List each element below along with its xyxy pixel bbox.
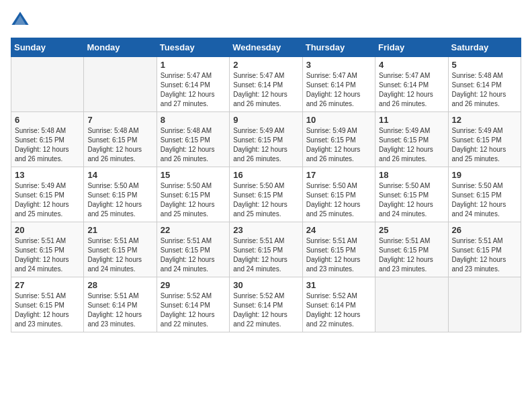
day-number: 9 [233,115,298,125]
weekday-header-row: SundayMondayTuesdayWednesdayThursdayFrid… [11,38,521,57]
day-number: 28 [87,280,152,290]
day-info: Sunrise: 5:49 AM Sunset: 6:15 PM Dayligh… [452,126,517,164]
day-number: 4 [379,60,444,70]
logo-icon [11,11,30,30]
calendar-cell: 23Sunrise: 5:51 AM Sunset: 6:15 PM Dayli… [230,222,302,277]
day-number: 23 [233,225,298,235]
calendar-cell: 26Sunrise: 5:51 AM Sunset: 6:15 PM Dayli… [448,222,521,277]
calendar-cell [11,57,84,112]
calendar-week-1: 1Sunrise: 5:47 AM Sunset: 6:14 PM Daylig… [11,57,521,112]
day-info: Sunrise: 5:48 AM Sunset: 6:15 PM Dayligh… [161,126,226,164]
day-info: Sunrise: 5:49 AM Sunset: 6:15 PM Dayligh… [379,126,444,164]
day-info: Sunrise: 5:49 AM Sunset: 6:15 PM Dayligh… [15,181,80,219]
day-number: 13 [15,170,80,180]
day-number: 15 [161,170,226,180]
calendar-cell: 29Sunrise: 5:52 AM Sunset: 6:14 PM Dayli… [157,277,229,332]
day-info: Sunrise: 5:48 AM Sunset: 6:15 PM Dayligh… [87,126,152,164]
calendar-cell: 20Sunrise: 5:51 AM Sunset: 6:15 PM Dayli… [11,222,84,277]
day-info: Sunrise: 5:51 AM Sunset: 6:15 PM Dayligh… [161,236,226,274]
calendar-cell: 1Sunrise: 5:47 AM Sunset: 6:14 PM Daylig… [157,57,229,112]
day-number: 20 [15,225,80,235]
calendar-week-5: 27Sunrise: 5:51 AM Sunset: 6:15 PM Dayli… [11,277,521,332]
day-number: 25 [379,225,444,235]
calendar-cell: 30Sunrise: 5:52 AM Sunset: 6:14 PM Dayli… [230,277,302,332]
day-number: 14 [87,170,152,180]
calendar-cell [448,277,521,332]
day-info: Sunrise: 5:52 AM Sunset: 6:14 PM Dayligh… [233,291,298,329]
day-info: Sunrise: 5:47 AM Sunset: 6:14 PM Dayligh… [161,71,226,109]
calendar-cell: 17Sunrise: 5:50 AM Sunset: 6:15 PM Dayli… [302,167,375,222]
calendar-week-2: 6Sunrise: 5:48 AM Sunset: 6:15 PM Daylig… [11,112,521,167]
calendar-table: SundayMondayTuesdayWednesdayThursdayFrid… [11,38,521,332]
calendar-week-4: 20Sunrise: 5:51 AM Sunset: 6:15 PM Dayli… [11,222,521,277]
calendar-cell [375,277,448,332]
day-info: Sunrise: 5:47 AM Sunset: 6:14 PM Dayligh… [306,71,371,109]
weekday-header-saturday: Saturday [448,38,521,57]
day-info: Sunrise: 5:47 AM Sunset: 6:14 PM Dayligh… [379,71,444,109]
day-number: 18 [379,170,444,180]
day-number: 29 [161,280,226,290]
day-number: 2 [233,60,298,70]
day-info: Sunrise: 5:51 AM Sunset: 6:15 PM Dayligh… [452,236,517,274]
day-info: Sunrise: 5:48 AM Sunset: 6:15 PM Dayligh… [15,126,80,164]
calendar-cell: 18Sunrise: 5:50 AM Sunset: 6:15 PM Dayli… [375,167,448,222]
day-number: 24 [306,225,371,235]
day-number: 22 [161,225,226,235]
calendar-cell: 22Sunrise: 5:51 AM Sunset: 6:15 PM Dayli… [157,222,229,277]
day-info: Sunrise: 5:52 AM Sunset: 6:14 PM Dayligh… [161,291,226,329]
day-number: 7 [87,115,152,125]
day-info: Sunrise: 5:51 AM Sunset: 6:15 PM Dayligh… [233,236,298,274]
day-info: Sunrise: 5:52 AM Sunset: 6:14 PM Dayligh… [306,291,371,329]
day-number: 10 [306,115,371,125]
day-info: Sunrise: 5:50 AM Sunset: 6:15 PM Dayligh… [452,181,517,219]
calendar-cell: 27Sunrise: 5:51 AM Sunset: 6:15 PM Dayli… [11,277,84,332]
day-info: Sunrise: 5:51 AM Sunset: 6:15 PM Dayligh… [306,236,371,274]
day-number: 12 [452,115,517,125]
calendar-cell [84,57,157,112]
day-number: 30 [233,280,298,290]
calendar-cell: 12Sunrise: 5:49 AM Sunset: 6:15 PM Dayli… [448,112,521,167]
calendar-week-3: 13Sunrise: 5:49 AM Sunset: 6:15 PM Dayli… [11,167,521,222]
day-number: 26 [452,225,517,235]
calendar-cell: 21Sunrise: 5:51 AM Sunset: 6:15 PM Dayli… [84,222,157,277]
day-number: 31 [306,280,371,290]
calendar-cell: 11Sunrise: 5:49 AM Sunset: 6:15 PM Dayli… [375,112,448,167]
day-info: Sunrise: 5:49 AM Sunset: 6:15 PM Dayligh… [233,126,298,164]
calendar-cell: 10Sunrise: 5:49 AM Sunset: 6:15 PM Dayli… [302,112,375,167]
day-info: Sunrise: 5:50 AM Sunset: 6:15 PM Dayligh… [233,181,298,219]
day-info: Sunrise: 5:50 AM Sunset: 6:15 PM Dayligh… [161,181,226,219]
calendar-cell: 25Sunrise: 5:51 AM Sunset: 6:15 PM Dayli… [375,222,448,277]
day-number: 21 [87,225,152,235]
day-info: Sunrise: 5:50 AM Sunset: 6:15 PM Dayligh… [87,181,152,219]
day-number: 19 [452,170,517,180]
day-info: Sunrise: 5:47 AM Sunset: 6:14 PM Dayligh… [233,71,298,109]
logo [11,11,34,30]
day-number: 5 [452,60,517,70]
weekday-header-friday: Friday [375,38,448,57]
day-info: Sunrise: 5:48 AM Sunset: 6:14 PM Dayligh… [452,71,517,109]
calendar-cell: 3Sunrise: 5:47 AM Sunset: 6:14 PM Daylig… [302,57,375,112]
weekday-header-thursday: Thursday [302,38,375,57]
day-number: 16 [233,170,298,180]
calendar-cell: 6Sunrise: 5:48 AM Sunset: 6:15 PM Daylig… [11,112,84,167]
calendar-cell: 28Sunrise: 5:51 AM Sunset: 6:14 PM Dayli… [84,277,157,332]
calendar-cell: 24Sunrise: 5:51 AM Sunset: 6:15 PM Dayli… [302,222,375,277]
day-info: Sunrise: 5:51 AM Sunset: 6:15 PM Dayligh… [379,236,444,274]
calendar-cell: 5Sunrise: 5:48 AM Sunset: 6:14 PM Daylig… [448,57,521,112]
day-number: 8 [161,115,226,125]
day-info: Sunrise: 5:51 AM Sunset: 6:14 PM Dayligh… [87,291,152,329]
calendar-cell: 8Sunrise: 5:48 AM Sunset: 6:15 PM Daylig… [157,112,229,167]
day-number: 11 [379,115,444,125]
page-header [11,11,521,30]
day-number: 1 [161,60,226,70]
day-info: Sunrise: 5:50 AM Sunset: 6:15 PM Dayligh… [379,181,444,219]
day-number: 17 [306,170,371,180]
calendar-cell: 16Sunrise: 5:50 AM Sunset: 6:15 PM Dayli… [230,167,302,222]
day-number: 6 [15,115,80,125]
weekday-header-tuesday: Tuesday [157,38,229,57]
calendar-cell: 4Sunrise: 5:47 AM Sunset: 6:14 PM Daylig… [375,57,448,112]
day-info: Sunrise: 5:51 AM Sunset: 6:15 PM Dayligh… [87,236,152,274]
weekday-header-wednesday: Wednesday [230,38,302,57]
calendar-cell: 13Sunrise: 5:49 AM Sunset: 6:15 PM Dayli… [11,167,84,222]
day-number: 27 [15,280,80,290]
